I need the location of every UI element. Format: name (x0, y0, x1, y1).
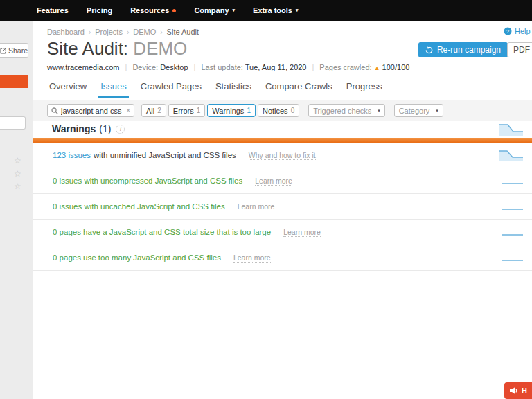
issue-zero-link[interactable]: 0 issues with uncompressed JavaScript an… (53, 177, 242, 185)
nav-label: Pricing (87, 6, 112, 15)
category-dropdown[interactable]: Category ▾ (394, 104, 443, 117)
chevron-down-icon: ▾ (296, 8, 299, 13)
nav-item-company[interactable]: Company ▾ (185, 0, 244, 21)
issue-trend-sparkline (502, 182, 523, 185)
learn-more-link[interactable]: Learn more (233, 254, 271, 263)
learn-more-link[interactable]: Learn more (283, 228, 321, 237)
refresh-icon (425, 46, 433, 54)
top-navbar: Features Pricing Resources Company ▾ Ext… (0, 0, 532, 21)
nav-label: Extra tools (253, 6, 292, 15)
device-value: Desktop (160, 63, 188, 71)
issue-trend-sparkline (502, 233, 523, 236)
tab-bar: Overview Issues Crawled Pages Statistics… (33, 78, 532, 96)
clear-search-icon[interactable]: × (126, 107, 130, 114)
severity-filter-group: All 2 Errors 1 Warnings 1 Notices 0 (141, 104, 299, 117)
campaign-domain: www.tracemedia.com (47, 63, 120, 71)
filter-label: Errors (173, 107, 194, 115)
star-icon[interactable]: ☆ (14, 182, 21, 190)
help-center-link[interactable]: ? Help center (504, 27, 532, 35)
issue-trend-sparkline (499, 149, 523, 161)
breadcrumb-separator: › (160, 28, 162, 36)
issue-count-link[interactable]: 123 issues (53, 151, 91, 159)
info-icon[interactable]: i (116, 125, 125, 134)
pages-crawled-label: Pages crawled: (319, 63, 371, 71)
tab-progress[interactable]: Progress (344, 78, 384, 98)
section-count: (1) (99, 123, 111, 134)
breadcrumb: Dashboard › Projects › DEMO › Site Audit (47, 28, 199, 36)
dropdown-label: Category (399, 107, 430, 115)
nav-item-pricing[interactable]: Pricing (78, 0, 121, 21)
filter-all-button[interactable]: All 2 (141, 104, 166, 117)
chevron-down-icon: ▾ (436, 108, 438, 114)
issue-row-unminified: 123 issues with unminified JavaScript an… (33, 143, 532, 168)
pages-crawled-meta: Pages crawled: ▲ 100/100 (319, 63, 409, 71)
tab-statistics[interactable]: Statistics (213, 78, 254, 98)
share-label: Share (8, 46, 28, 55)
filter-errors-button[interactable]: Errors 1 (168, 104, 206, 117)
star-icon[interactable]: ☆ (14, 157, 21, 165)
share-icon (0, 48, 6, 54)
issue-zero-link[interactable]: 0 issues with uncached JavaScript and CS… (53, 202, 225, 211)
issue-row-total-size: 0 pages have a JavaScript and CSS total … (33, 220, 532, 245)
nav-item-features[interactable]: Features (28, 0, 78, 21)
megaphone-icon (509, 387, 518, 395)
search-box: × (47, 104, 134, 117)
issues-list: 123 issues with unminified JavaScript an… (33, 143, 532, 271)
filter-warnings-button[interactable]: Warnings 1 (207, 104, 256, 117)
tab-crawled-pages[interactable]: Crawled Pages (139, 78, 204, 98)
screen: Features Pricing Resources Company ▾ Ext… (0, 0, 532, 399)
help-center-label: Help center (515, 27, 532, 35)
meta-separator: | (125, 63, 127, 71)
issue-row-uncompressed: 0 issues with uncompressed JavaScript an… (33, 168, 532, 194)
tab-overview[interactable]: Overview (47, 78, 89, 98)
breadcrumb-site-audit: Site Audit (167, 28, 199, 36)
warnings-section-header: Warnings (1) i (52, 123, 125, 134)
breadcrumb-separator: › (127, 28, 129, 36)
filter-label: All (146, 107, 154, 115)
share-button[interactable]: Share (0, 43, 28, 58)
why-how-to-fix-link[interactable]: Why and how to fix it (249, 151, 316, 160)
device-label: Device: (132, 63, 158, 71)
svg-text:?: ? (506, 28, 510, 35)
last-update-meta: Last update: Tue, Aug 11, 2020 (201, 63, 306, 71)
issue-row-uncached: 0 issues with uncached JavaScript and CS… (33, 194, 532, 220)
filter-notices-button[interactable]: Notices 0 (258, 104, 299, 117)
rerun-campaign-button[interactable]: Re-run campaign (418, 42, 508, 57)
search-input[interactable] (61, 107, 123, 115)
filter-count: 0 (291, 107, 295, 114)
issue-row-too-many-files: 0 pages use too many JavaScript and CSS … (33, 245, 532, 271)
rerun-label: Re-run campaign (437, 45, 501, 55)
nav-label: Resources (130, 6, 169, 15)
warnings-severity-bar (33, 138, 532, 143)
issue-zero-link[interactable]: 0 pages have a JavaScript and CSS total … (53, 228, 271, 236)
breadcrumb-dashboard[interactable]: Dashboard (47, 28, 85, 36)
left-sidebar: Share ☆ ☆ ☆ (0, 21, 33, 399)
chat-help-widget[interactable]: H (504, 382, 532, 399)
breadcrumb-demo[interactable]: DEMO (133, 28, 156, 36)
pdf-export-button[interactable]: PDF (507, 42, 532, 57)
nav-label: Features (37, 6, 69, 15)
project-name: DEMO (133, 38, 187, 59)
issue-trend-sparkline (502, 208, 523, 211)
chevron-down-icon: ▾ (233, 8, 236, 13)
tab-compare-crawls[interactable]: Compare Crawls (263, 78, 335, 98)
learn-more-link[interactable]: Learn more (238, 202, 275, 211)
star-icon[interactable]: ☆ (14, 170, 21, 178)
dropdown-label: Triggered checks (313, 107, 371, 115)
issue-zero-link[interactable]: 0 pages use too many JavaScript and CSS … (53, 254, 221, 262)
filter-label: Notices (263, 107, 288, 115)
learn-more-link[interactable]: Learn more (255, 177, 292, 186)
sidebar-partial-control[interactable] (0, 116, 26, 130)
page-title: Site Audit: DEMO (47, 37, 187, 60)
nav-item-extra-tools[interactable]: Extra tools ▾ (244, 0, 307, 21)
issue-description: with unminified JavaScript and CSS files (94, 151, 236, 159)
campaign-meta: www.tracemedia.com | Device: Desktop | L… (47, 63, 409, 71)
breadcrumb-projects[interactable]: Projects (95, 28, 123, 36)
tab-issues[interactable]: Issues (98, 78, 129, 98)
sidebar-orange-banner (0, 75, 28, 88)
search-icon (51, 107, 58, 114)
chevron-down-icon: ▾ (378, 108, 380, 114)
triggered-checks-dropdown[interactable]: Triggered checks ▾ (308, 104, 384, 117)
last-update-value: Tue, Aug 11, 2020 (245, 63, 307, 71)
nav-item-resources[interactable]: Resources (121, 0, 185, 21)
